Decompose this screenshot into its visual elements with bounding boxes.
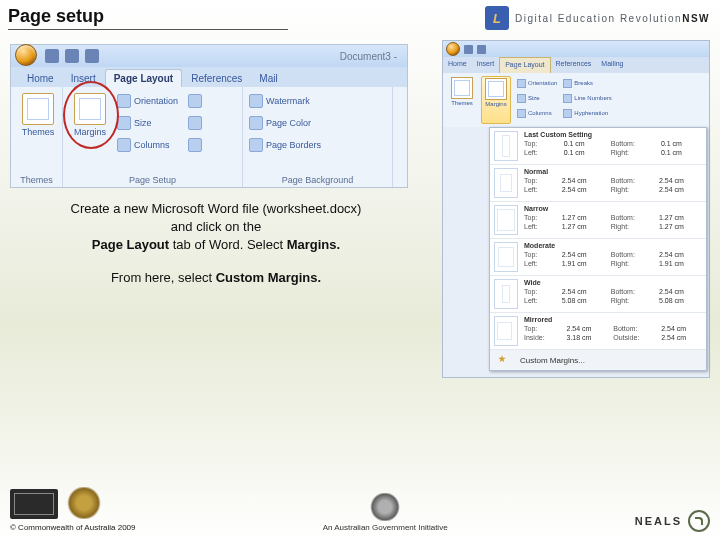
slide-title: Page setup <box>8 6 288 30</box>
save-icon <box>464 45 473 54</box>
margins-option-normal: Normal Top:2.54 cmBottom:2.54 cmLeft:2.5… <box>490 165 706 202</box>
margins-option-mirrored: Mirrored Top:2.54 cmBottom:2.54 cmInside… <box>490 313 706 350</box>
tab-references: References <box>551 57 597 73</box>
nsw-det-logo <box>10 489 58 519</box>
copyright-text: © Commonwealth of Australia 2009 <box>10 523 136 532</box>
orientation-icon <box>517 79 526 88</box>
instruction-text: Create a new Microsoft Word file (worksh… <box>16 200 416 301</box>
margin-preset-icon <box>494 131 518 161</box>
themes-icon <box>451 77 473 99</box>
star-icon <box>498 355 506 363</box>
document-title: Document3 - <box>340 51 397 62</box>
brand-badge-icon: L <box>485 6 509 30</box>
margins-option-moderate: Moderate Top:2.54 cmBottom:2.54 cmLeft:1… <box>490 239 706 276</box>
margin-preset-icon <box>494 242 518 272</box>
undo-icon <box>65 49 79 63</box>
brand-text: Digital Education RevolutionNSW <box>515 13 710 24</box>
margins-icon <box>74 93 106 125</box>
breaks-icon <box>563 79 572 88</box>
neals-text: NEALS <box>635 515 682 527</box>
columns-icon <box>117 138 131 152</box>
margin-preset-icon <box>494 205 518 235</box>
tab-mailings: Mailing <box>596 57 628 73</box>
undo-icon <box>477 45 486 54</box>
margins-option-last-custom: Last Custom Setting Top:0.1 cmBottom:0.1… <box>490 128 706 165</box>
tab-mailings: Mail <box>251 70 285 87</box>
word-ribbon-screenshot-2: Home Insert Page Layout References Maili… <box>442 40 710 378</box>
brand-header: L Digital Education RevolutionNSW <box>485 6 710 30</box>
tab-page-layout: Page Layout <box>105 69 182 87</box>
themes-button: Themes <box>447 76 477 124</box>
group-label-page-background: Page Background <box>243 175 392 185</box>
tab-insert: Insert <box>63 70 104 87</box>
margin-preset-icon <box>494 279 518 309</box>
redo-icon <box>85 49 99 63</box>
tab-page-layout: Page Layout <box>499 57 550 73</box>
word-ribbon-screenshot-1: Document3 - Home Insert Page Layout Refe… <box>10 44 408 188</box>
tab-references: References <box>183 70 250 87</box>
footer-right: NEALS <box>635 510 710 532</box>
margins-option-wide: Wide Top:2.54 cmBottom:2.54 cmLeft:5.08 … <box>490 276 706 313</box>
watermark-icon <box>249 94 263 108</box>
themes-button: Themes <box>17 91 59 137</box>
group-label-themes: Themes <box>11 175 62 185</box>
neals-icon <box>688 510 710 532</box>
margin-preset-icon <box>494 168 518 198</box>
save-icon <box>45 49 59 63</box>
line-numbers-icon <box>563 94 572 103</box>
size-icon <box>517 94 526 103</box>
page-color-icon <box>249 116 263 130</box>
group-label-page-setup: Page Setup <box>63 175 242 185</box>
breaks-icon <box>188 94 202 108</box>
line-numbers-icon <box>188 116 202 130</box>
page-borders-icon <box>249 138 263 152</box>
tab-insert: Insert <box>472 57 500 73</box>
footer-center: An Australian Government Initiative <box>323 493 448 532</box>
margins-button-highlighted: Margins <box>481 76 511 124</box>
margins-option-narrow: Narrow Top:1.27 cmBottom:1.27 cmLeft:1.2… <box>490 202 706 239</box>
margins-icon <box>485 78 507 100</box>
nsw-coat-of-arms-icon <box>66 487 102 519</box>
office-button-icon <box>15 44 37 66</box>
themes-icon <box>22 93 54 125</box>
margins-dropdown: Last Custom Setting Top:0.1 cmBottom:0.1… <box>489 127 707 371</box>
hyphenation-icon <box>188 138 202 152</box>
margins-button: Margins <box>69 91 111 187</box>
tab-home: Home <box>443 57 472 73</box>
hyphenation-icon <box>563 109 572 118</box>
margin-preset-icon <box>494 316 518 346</box>
office-button-icon <box>446 42 460 56</box>
columns-icon <box>517 109 526 118</box>
orientation-icon <box>117 94 131 108</box>
custom-margins-option: Custom Margins... <box>490 350 706 370</box>
aus-coat-of-arms-icon <box>369 493 401 521</box>
tab-home: Home <box>19 70 62 87</box>
size-icon <box>117 116 131 130</box>
